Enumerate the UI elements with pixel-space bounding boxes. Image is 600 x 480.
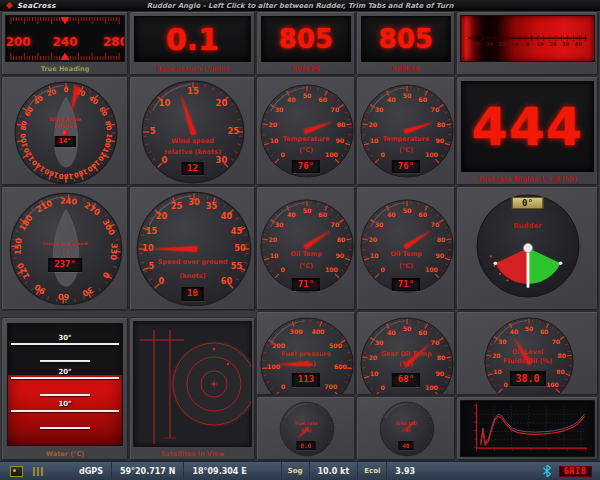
connection-icon[interactable] [543, 465, 551, 477]
ecoi-label: Ecoi [357, 462, 386, 480]
rudder-angle-tape[interactable]: 40302010010203040 [457, 12, 598, 75]
svg-text:70: 70 [431, 106, 440, 113]
svg-text:10: 10 [270, 252, 279, 259]
svg-text:70: 70 [431, 221, 440, 228]
satellites-screen [133, 321, 252, 447]
svg-text:300: 300 [290, 328, 304, 335]
water-temperature-strip[interactable]: 30°20°10° Water (°C) [2, 318, 128, 460]
grib-badge[interactable]: GRIB [559, 466, 592, 477]
fuel-pressure-gauge[interactable]: 0100200300400500600700 Fuel pressure (kP… [257, 312, 355, 395]
svg-text:60: 60 [418, 96, 427, 103]
svg-text:10: 10 [370, 137, 379, 144]
svg-text:35: 35 [206, 201, 218, 211]
svg-text:20: 20 [369, 121, 378, 128]
svg-text:10: 10 [537, 41, 545, 47]
oil-temp-port-gauge[interactable]: 0102030405060708090100 Oil Temp (°C) 71° [257, 187, 355, 310]
rate-of-turn-value: 0.1 [166, 22, 219, 57]
svg-text:40: 40 [387, 211, 396, 218]
svg-text:50: 50 [234, 244, 246, 254]
svg-text:5: 5 [150, 127, 156, 137]
svg-text:20: 20 [156, 211, 168, 221]
svg-text:90: 90 [336, 137, 345, 144]
heading-tape-label: True Heading [3, 65, 127, 73]
svg-text:0: 0 [504, 381, 508, 388]
rpm-port-display[interactable]: 805 RPM PS [257, 12, 355, 75]
water-tick-label: 10° [8, 400, 122, 408]
svg-text:70: 70 [431, 339, 440, 346]
svg-text:180: 180 [59, 172, 74, 180]
svg-text:80: 80 [437, 121, 446, 128]
frame-icon[interactable] [10, 466, 23, 477]
svg-text:20: 20 [369, 236, 378, 243]
trim-tab-small-gauge[interactable]: Trim tab (%) 40 [357, 397, 455, 460]
svg-text:600: 600 [334, 363, 348, 370]
svg-text:0: 0 [380, 384, 385, 391]
svg-text:60: 60 [318, 211, 327, 218]
status-bar: dGPS 59°20.717 N 18°09.304 E Sog 10.0 kt… [0, 461, 600, 480]
svg-text:30: 30 [498, 338, 506, 345]
trend-graph [461, 401, 594, 456]
rpm-starboard-value: 805 [379, 24, 433, 54]
water-tick-label: 20° [8, 368, 122, 376]
rate-of-turn-display[interactable]: 0.1 Rate of turn (°/min) [130, 12, 255, 75]
svg-text:25: 25 [227, 127, 239, 137]
svg-text:20: 20 [549, 41, 557, 47]
gear-oil-temp-value: 68° [392, 373, 420, 387]
sog-value: 10 [181, 287, 204, 301]
window-title: Rudder Angle - Left Click to alter betwe… [0, 2, 600, 10]
oil-temp-starboard-gauge[interactable]: 0102030405060708090100 Oil Temp (°C) 71° [357, 187, 455, 310]
speed-over-ground-gauge[interactable]: 051015202530354045505560 Speed over grou… [130, 187, 255, 310]
svg-text:80: 80 [337, 121, 346, 128]
satellites-in-view-panel[interactable]: Satellites In View [130, 318, 255, 460]
signal-icon[interactable] [33, 467, 43, 476]
svg-text:90: 90 [556, 368, 564, 375]
compass-face: 2402703003300306090120150180210 [8, 191, 124, 307]
svg-text:20: 20 [269, 236, 278, 243]
true-heading-tape[interactable]: 200240280 True Heading [2, 12, 128, 75]
oil-level-gauge[interactable]: 0102030405060708090100 Oil Level Fluids … [457, 312, 598, 395]
svg-text:0: 0 [280, 151, 285, 158]
svg-text:50: 50 [303, 92, 312, 99]
svg-text:70: 70 [331, 221, 340, 228]
rudder-label: Rudder [458, 222, 597, 230]
water-tick-line [11, 377, 118, 379]
rudder-tape-screen: 40302010010203040 [460, 15, 595, 62]
trend-graph-panel[interactable] [457, 397, 598, 460]
svg-text:10: 10 [511, 41, 519, 47]
svg-text:10: 10 [142, 244, 154, 254]
svg-text:0: 0 [280, 266, 285, 273]
temperature-port-gauge[interactable]: 0102030405060708090100 Temperature (°C) … [257, 77, 355, 185]
svg-text:20: 20 [216, 98, 228, 108]
svg-text:90: 90 [436, 252, 445, 259]
svg-text:40: 40 [387, 329, 396, 336]
svg-text:240: 240 [53, 35, 78, 49]
svg-text:55: 55 [231, 261, 243, 271]
rpm-starboard-display[interactable]: 805 RPM SB [357, 12, 455, 75]
svg-text:0: 0 [526, 41, 530, 47]
svg-text:60: 60 [418, 329, 427, 336]
svg-text:80: 80 [437, 236, 446, 243]
oil-temp-starboard-value: 71° [392, 278, 420, 292]
rudder-indicator[interactable]: 0° Rudder [457, 187, 598, 310]
temperature-starboard-value: 76° [392, 160, 420, 174]
svg-text:80: 80 [437, 354, 446, 361]
course-over-ground-value: 237° [48, 258, 82, 272]
wind-speed-gauge[interactable]: 051015202530 Wind speed relative (knots)… [130, 77, 255, 185]
fuel-rate-display[interactable]: 444 Fuel rate Engine 1 + 2 (l/h) [457, 77, 598, 185]
compass-rose-gauge[interactable]: 2402703003300306090120150180210 Course o… [2, 187, 128, 310]
fuel-rate-small-gauge[interactable]: Fuel rate (l/h) 0.0 [257, 397, 355, 460]
svg-text:30: 30 [562, 41, 570, 47]
wind-angle-gauge[interactable]: 0204060801001201401601802040608010012014… [2, 77, 128, 185]
svg-text:30: 30 [375, 106, 384, 113]
svg-text:80: 80 [19, 120, 29, 131]
svg-text:30: 30 [375, 221, 384, 228]
rpm-port-label: RPM PS [258, 65, 354, 73]
fuel-rate-value: 444 [472, 97, 584, 157]
gear-oil-temp-gauge[interactable]: 0102030405060708090100 Gear Oil Temp (°C… [357, 312, 455, 395]
latitude: 59°20.717 N [111, 462, 183, 480]
svg-text:50: 50 [303, 207, 312, 214]
svg-text:700: 700 [324, 383, 338, 390]
svg-text:0: 0 [380, 151, 385, 158]
svg-text:15: 15 [187, 86, 199, 96]
temperature-starboard-gauge[interactable]: 0102030405060708090100 Temperature (°C) … [357, 77, 455, 185]
